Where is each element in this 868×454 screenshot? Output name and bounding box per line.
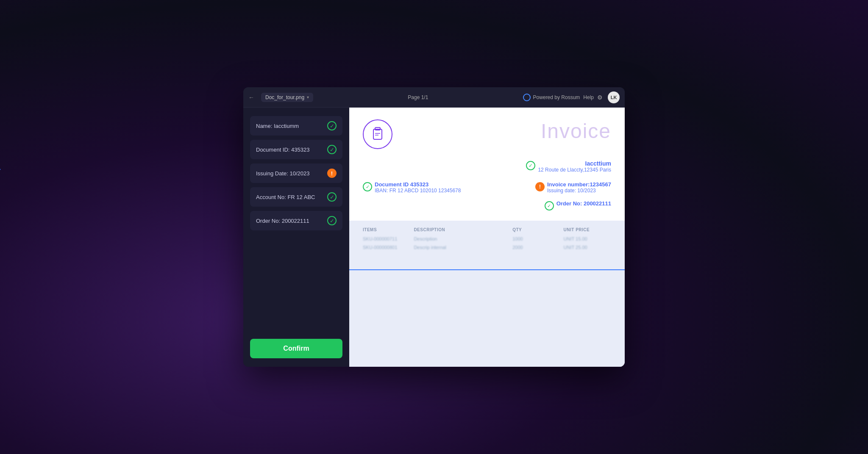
field-document-id-label: Document ID: 435323	[256, 147, 309, 153]
section-divider	[349, 269, 625, 270]
svg-rect-0	[373, 129, 382, 139]
company-address: 12 Route de Llaccty,12345 Paris	[538, 167, 611, 173]
row2-col3: 2000	[512, 245, 560, 250]
filename-label: Doc_for_tour.png	[265, 94, 304, 100]
row1-col3: 1000	[512, 236, 560, 241]
rossum-branding: Powered by Rossum	[523, 94, 580, 101]
invoice-number-label: Invoice number:1234567	[547, 181, 611, 188]
field-name-label: Name: Iacctiumm	[256, 123, 299, 129]
confirm-button[interactable]: Confirm	[250, 339, 342, 358]
rossum-logo-icon	[523, 94, 531, 101]
check-icon: ✓	[327, 192, 337, 202]
invoice-top-section: Invoice ✓ Iaccttium 12 Route de Llaccty,…	[349, 108, 625, 221]
company-name: Iaccttium	[538, 160, 611, 167]
row1-col4: UNIT 15.00	[564, 236, 611, 241]
invoice-title: Invoice	[541, 119, 611, 143]
document-id-group: ✓ Document ID 435323 IBAN: FR 12 ABCD 10…	[363, 181, 461, 194]
document-id-label: Document ID 435323	[375, 181, 461, 188]
col-header-unit-price: UNIT PRICE	[564, 227, 611, 232]
field-order-no[interactable]: Order No: 200022111 ✓	[250, 211, 342, 230]
invoice-fields-row: ✓ Document ID 435323 IBAN: FR 12 ABCD 10…	[363, 181, 611, 194]
avatar[interactable]: LK	[608, 91, 620, 103]
field-account-no-label: Account No: FR 12 ABC	[256, 194, 315, 200]
row2-col1: SKU-000000801	[363, 245, 410, 250]
field-name[interactable]: Name: Iacctiumm ✓	[250, 116, 342, 136]
company-check-icon: ✓	[526, 161, 535, 170]
row2-col4: UNIT 25.00	[564, 245, 611, 250]
issuing-date-label: Issuing date: 10/2023	[547, 188, 611, 194]
row2-col2: Descrip internal	[414, 245, 509, 250]
order-label: Order No: 200022111	[556, 200, 611, 207]
filename-tab[interactable]: Doc_for_tour.png ▾	[261, 93, 313, 102]
table-row: SKU-000000711 Description 1000 UNIT 15.0…	[363, 236, 611, 241]
header-nav: ← Doc_for_tour.png ▾	[248, 93, 313, 102]
table-row: SKU-000000801 Descrip internal 2000 UNIT…	[363, 245, 611, 250]
iban-label: IBAN: FR 12 ABCD 102010 12345678	[375, 188, 461, 194]
main-content: Name: Iacctiumm ✓ Document ID: 435323 ✓ …	[243, 108, 625, 367]
col-header-items: ITEMS	[363, 227, 410, 232]
field-order-no-label: Order No: 200022111	[256, 218, 309, 224]
page-indicator: Page 1/1	[408, 94, 428, 100]
field-issuing-date[interactable]: Issuing Date: 10/2023 !	[250, 163, 342, 183]
company-info: ✓ Iaccttium 12 Route de Llaccty,12345 Pa…	[526, 160, 611, 173]
field-issuing-date-label: Issuing Date: 10/2023	[256, 170, 309, 177]
col-header-qty: QTY	[512, 227, 560, 232]
invoice-number-warn-icon: !	[535, 182, 545, 191]
invoice-header-row: Invoice	[363, 119, 611, 149]
field-document-id[interactable]: Document ID: 435323 ✓	[250, 140, 342, 159]
logo-icon	[370, 127, 385, 142]
invoice-number-group: ! Invoice number:1234567 Issuing date: 1…	[535, 181, 611, 194]
order-check-icon: ✓	[545, 201, 554, 210]
powered-by-label: Powered by Rossum	[533, 94, 580, 100]
check-icon: ✓	[327, 121, 337, 130]
check-icon: ✓	[327, 145, 337, 154]
header: ← Doc_for_tour.png ▾ Page 1/1 Powered by…	[243, 87, 625, 108]
doc-id-check-icon: ✓	[363, 182, 372, 191]
table-header: ITEMS DESCRIPTION QTY UNIT PRICE	[363, 227, 611, 232]
sidebar: Name: Iacctiumm ✓ Document ID: 435323 ✓ …	[243, 108, 349, 367]
row1-col1: SKU-000000711	[363, 236, 410, 241]
chevron-down-icon: ▾	[307, 95, 309, 100]
settings-icon[interactable]: ⚙	[597, 94, 603, 101]
help-button[interactable]: Help	[583, 94, 594, 100]
order-row: ✓ Order No: 200022111	[363, 200, 611, 210]
invoice-logo	[363, 119, 392, 149]
warning-icon: !	[327, 169, 337, 178]
app-window: ← Doc_for_tour.png ▾ Page 1/1 Powered by…	[243, 87, 625, 367]
col-header-description: DESCRIPTION	[414, 227, 509, 232]
back-button[interactable]: ←	[248, 94, 254, 101]
check-icon: ✓	[327, 216, 337, 225]
invoice-table-section: ITEMS DESCRIPTION QTY UNIT PRICE SKU-000…	[349, 221, 625, 367]
invoice-document: Invoice ✓ Iaccttium 12 Route de Llaccty,…	[349, 108, 625, 367]
document-panel: Invoice ✓ Iaccttium 12 Route de Llaccty,…	[349, 108, 625, 367]
field-account-no[interactable]: Account No: FR 12 ABC ✓	[250, 187, 342, 207]
row1-col2: Description	[414, 236, 509, 241]
